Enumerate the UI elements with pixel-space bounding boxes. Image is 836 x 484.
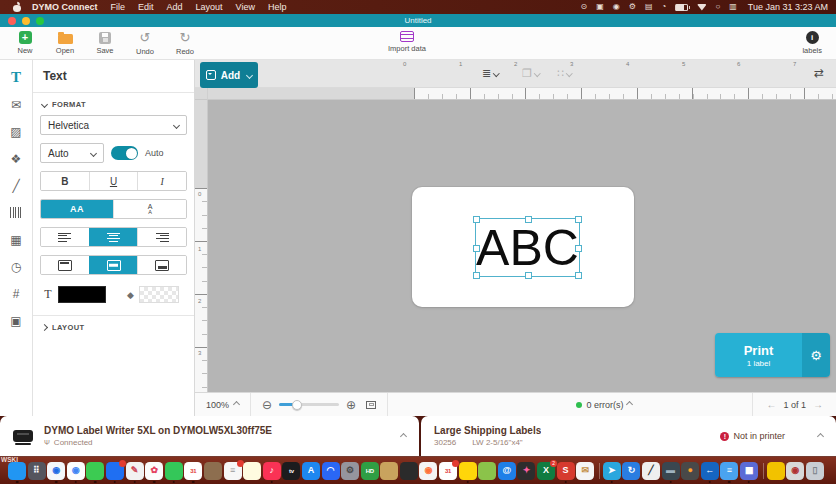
errors-status[interactable]: 0 error(s) <box>576 400 632 410</box>
dock-safari[interactable]: ◉ <box>47 462 65 480</box>
wifi-icon[interactable] <box>697 4 706 11</box>
menu-item[interactable]: Help <box>268 2 287 12</box>
fixed-size-text-button[interactable]: A A <box>113 200 186 218</box>
calendar-icon[interactable]: ▣ <box>596 3 604 11</box>
dock-mail-export[interactable]: ✉ <box>576 462 594 480</box>
label-type-card[interactable]: Large Shipping Labels 30256 LW 2-5/16"x4… <box>421 416 836 456</box>
menu-item[interactable]: DYMO Connect <box>32 2 98 12</box>
menu-item[interactable]: Add <box>167 2 183 12</box>
dock-utilities[interactable]: ✎ <box>126 462 144 480</box>
dock-green-app[interactable] <box>478 462 496 480</box>
dock-facetime-video[interactable] <box>165 462 183 480</box>
resize-handle[interactable] <box>473 272 480 279</box>
resize-handle[interactable] <box>473 216 480 223</box>
auto-fit-text-button[interactable]: AA <box>41 200 113 218</box>
add-object-button[interactable]: Add <box>200 62 258 88</box>
save-button[interactable]: Save <box>92 31 118 56</box>
flip-orientation-icon[interactable]: ⇄ <box>814 67 824 79</box>
dock-tv[interactable]: tv <box>282 462 300 480</box>
menu-item[interactable]: Layout <box>196 2 223 12</box>
redo-button[interactable]: ↻ Redo <box>172 31 198 56</box>
bold-button[interactable]: B <box>41 172 89 190</box>
resize-handle[interactable] <box>473 245 480 252</box>
dock-disk-app[interactable]: ◉ <box>786 462 804 480</box>
underline-button[interactable]: U <box>89 172 138 190</box>
apple-icon[interactable] <box>13 3 21 12</box>
keychain-icon[interactable]: ▤ <box>645 3 653 11</box>
distribute-menu-button[interactable]: ∷ <box>557 68 572 79</box>
dock-purple-app[interactable]: ▦ <box>740 462 758 480</box>
datetime-tool[interactable]: ◷ <box>0 253 32 280</box>
zoom-slider[interactable] <box>279 403 339 406</box>
dock-back-arrow-app[interactable]: ← <box>701 462 719 480</box>
shapes-tool[interactable]: ❖ <box>0 145 32 172</box>
dock-launchpad[interactable]: ⠿ <box>28 462 46 480</box>
dock-calendar[interactable]: 31 <box>184 462 202 480</box>
dock-notes-brown[interactable] <box>204 462 222 480</box>
dock-downloads-folder[interactable] <box>767 462 785 480</box>
dock-app-store[interactable]: A <box>302 462 320 480</box>
image-tool[interactable]: ▨ <box>0 118 32 145</box>
location-icon[interactable]: ◉ <box>613 3 620 11</box>
layout-section-header[interactable]: LAYOUT <box>33 316 194 335</box>
dock-reminders[interactable]: ≡ <box>224 462 242 480</box>
valign-top-button[interactable] <box>41 256 89 274</box>
barcode-tool[interactable] <box>0 199 32 226</box>
dock-facetime[interactable] <box>106 462 124 480</box>
align-menu-button[interactable]: ≣ <box>482 68 499 79</box>
align-right-button[interactable] <box>137 228 186 246</box>
dock-music[interactable]: ♪ <box>263 462 281 480</box>
new-button[interactable]: New <box>12 31 38 56</box>
menu-item[interactable]: File <box>111 2 126 12</box>
dock-finder[interactable] <box>8 462 26 480</box>
dock-list-app[interactable]: ≡ <box>720 462 738 480</box>
text-color-swatch[interactable] <box>58 286 106 303</box>
control-center-icon[interactable]: ▥ <box>729 3 737 11</box>
labels-button[interactable]: labels <box>802 31 822 55</box>
dock-black-app[interactable] <box>400 462 418 480</box>
dock-tan-app[interactable] <box>380 462 398 480</box>
dock-icon[interactable] <box>763 463 764 479</box>
dock-chrome[interactable]: ◉ <box>67 462 85 480</box>
dock-icon[interactable] <box>599 463 600 479</box>
address-tool[interactable]: ✉ <box>0 91 32 118</box>
dock-telegram[interactable]: ➤ <box>603 462 621 480</box>
menu-item[interactable]: Edit <box>138 2 154 12</box>
zoom-slider-handle[interactable] <box>292 400 302 410</box>
label-text[interactable]: ABC <box>476 223 579 273</box>
group-menu-button[interactable]: ❐ <box>522 68 539 79</box>
dock-duck[interactable] <box>459 462 477 480</box>
dock-calendar-alt[interactable]: 31 <box>439 462 457 480</box>
italic-button[interactable]: I <box>137 172 186 190</box>
dock-pen-app[interactable]: ╱ <box>642 462 660 480</box>
resize-handle[interactable] <box>575 272 582 279</box>
font-family-select[interactable]: Helvetica <box>40 115 187 135</box>
selected-text-object[interactable]: ABC <box>475 218 580 277</box>
format-section-header[interactable]: FORMAT <box>33 93 194 112</box>
zoom-in-icon[interactable]: ⊕ <box>346 399 356 411</box>
switch-icon[interactable]: ⊙ <box>581 3 588 11</box>
menu-item[interactable]: View <box>236 2 255 12</box>
resize-handle[interactable] <box>575 216 582 223</box>
dock-final-cut[interactable]: ✦ <box>517 462 535 480</box>
next-label-button[interactable]: → <box>813 400 823 410</box>
resize-handle[interactable] <box>575 245 582 252</box>
valign-bottom-button[interactable] <box>137 256 186 274</box>
resize-handle[interactable] <box>525 216 532 223</box>
auto-size-toggle[interactable] <box>111 146 138 160</box>
battery-icon[interactable] <box>675 4 688 11</box>
dock-photo-booth[interactable]: ● <box>681 462 699 480</box>
dock-password[interactable]: ◠ <box>322 462 340 480</box>
align-center-button[interactable] <box>89 228 138 246</box>
valign-middle-button[interactable] <box>89 256 138 274</box>
resize-handle[interactable] <box>525 272 532 279</box>
counter-tool[interactable]: # <box>0 280 32 307</box>
dock-photos[interactable]: ✿ <box>145 462 163 480</box>
settings-icon[interactable]: ⚙ <box>629 3 636 11</box>
printer-card[interactable]: DYMO Label Writer 5XL on DYMOLW5XL30ff75… <box>0 416 419 456</box>
dock-hd-app[interactable]: HD <box>361 462 379 480</box>
text-tool[interactable]: T <box>0 64 32 91</box>
rotation-lock-icon[interactable]: ◔ <box>662 3 667 11</box>
dock-red-s-app[interactable]: S <box>557 462 575 480</box>
dock-settings[interactable]: ⚙ <box>341 462 359 480</box>
